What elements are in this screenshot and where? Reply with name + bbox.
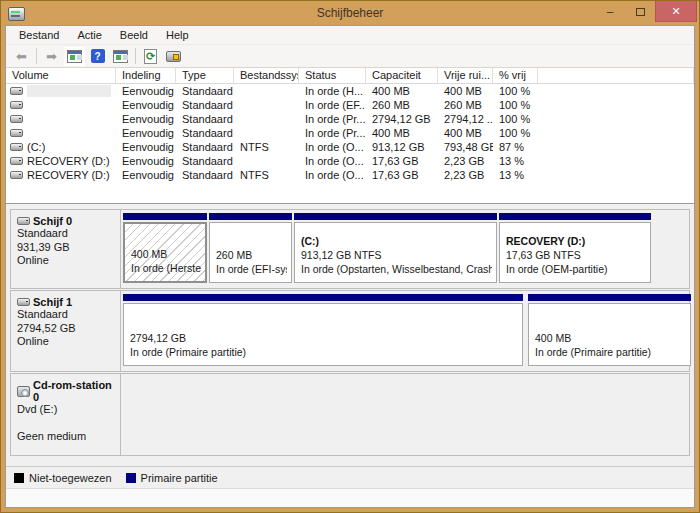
minimize-button[interactable]: – bbox=[595, 1, 625, 22]
column-header-filler bbox=[538, 68, 694, 83]
back-arrow-icon[interactable] bbox=[11, 47, 32, 66]
cell-type: Standaard bbox=[176, 84, 234, 98]
volume-drive-icon bbox=[10, 171, 23, 179]
cell-indeling: Eenvoudig bbox=[116, 84, 176, 98]
disk-partition-area: 400 MBIn orde (Herstelpar260 MBIn orde (… bbox=[121, 210, 689, 288]
partition-size: 2794,12 GB bbox=[130, 331, 518, 345]
partition-size: 913,12 GB NTFS bbox=[301, 248, 492, 262]
console-window-icon[interactable] bbox=[64, 47, 85, 66]
legend-swatch bbox=[126, 473, 136, 483]
help-icon[interactable]: ? bbox=[87, 47, 108, 66]
column-header-Bestandssys...[interactable]: Bestandssys... bbox=[234, 68, 299, 83]
partition-box[interactable]: RECOVERY (D:)17,63 GB NTFSIn orde (OEM-p… bbox=[499, 222, 651, 283]
partition-block[interactable]: (C:)913,12 GB NTFSIn orde (Opstarten, Wi… bbox=[294, 213, 497, 283]
partition-box-selected[interactable]: 400 MBIn orde (Herstelpar bbox=[123, 222, 207, 283]
volume-table-row[interactable]: EenvoudigStandaardIn orde (H...400 MB400… bbox=[6, 84, 694, 98]
cell-pct_vrij: 13 % bbox=[493, 154, 538, 168]
disk-row-schijf-1: Schijf 1Standaard2794,52 GBOnline2794,12… bbox=[10, 290, 690, 372]
disk-title: Schijf 0 bbox=[17, 215, 116, 227]
volume-cell: RECOVERY (D:) bbox=[6, 154, 116, 168]
properties-window-icon[interactable] bbox=[110, 47, 131, 66]
cell-pct_vrij: 100 % bbox=[493, 98, 538, 112]
disk-detail-line: 931,39 GB bbox=[17, 241, 116, 255]
partition-status: In orde (Primaire partitie) bbox=[535, 345, 686, 359]
cell-indeling: Eenvoudig bbox=[116, 168, 176, 182]
legend-bar: Niet-toegewezenPrimaire partitie bbox=[6, 466, 694, 488]
volume-cell bbox=[6, 101, 116, 109]
cell-type: Standaard bbox=[176, 112, 234, 126]
partition-box[interactable]: 2794,12 GBIn orde (Primaire partitie) bbox=[123, 303, 523, 366]
cell-indeling: Eenvoudig bbox=[116, 112, 176, 126]
cell-capaciteit: 17,63 GB bbox=[366, 154, 438, 168]
partition-color-band bbox=[528, 294, 691, 301]
column-header-Volume[interactable]: Volume bbox=[6, 68, 116, 83]
close-button[interactable]: ✕ bbox=[655, 1, 697, 22]
cell-pct_vrij: 100 % bbox=[493, 126, 538, 140]
partition-block[interactable]: RECOVERY (D:)17,63 GB NTFSIn orde (OEM-p… bbox=[499, 213, 651, 283]
cell-type: Standaard bbox=[176, 168, 234, 182]
disk-name: Cd-rom-station 0 bbox=[33, 379, 116, 403]
volume-table-row[interactable]: EenvoudigStandaardIn orde (Pr...400 MB40… bbox=[6, 126, 694, 140]
legend-label: Primaire partitie bbox=[141, 472, 218, 484]
disk-partition-area bbox=[121, 374, 689, 455]
cell-capaciteit: 260 MB bbox=[366, 98, 438, 112]
cell-type: Standaard bbox=[176, 154, 234, 168]
disk-row-schijf-0: Schijf 0Standaard931,39 GBOnline400 MBIn… bbox=[10, 209, 690, 289]
volume-name: (C:) bbox=[27, 140, 45, 154]
legend-swatch bbox=[14, 473, 24, 483]
cell-status: In orde (H... bbox=[299, 84, 366, 98]
partition-block[interactable]: 260 MBIn orde (EFI-syste bbox=[209, 213, 292, 283]
cell-vrije_ruimte: 400 MB bbox=[438, 126, 493, 140]
disk-info-panel[interactable]: Schijf 0Standaard931,39 GBOnline bbox=[11, 210, 121, 288]
forward-arrow-icon[interactable] bbox=[41, 47, 62, 66]
partition-box[interactable]: 400 MBIn orde (Primaire partitie) bbox=[528, 303, 691, 366]
menu-item-actie[interactable]: Actie bbox=[68, 26, 110, 44]
menu-item-help[interactable]: Help bbox=[157, 26, 198, 44]
volume-drive-icon bbox=[10, 115, 23, 123]
column-header-Capaciteit[interactable]: Capaciteit bbox=[366, 68, 438, 83]
partition-status: In orde (Primaire partitie) bbox=[130, 345, 518, 359]
maximize-button[interactable] bbox=[625, 1, 655, 22]
partition-color-band bbox=[209, 213, 292, 220]
volume-table-row[interactable]: EenvoudigStandaardIn orde (EF...260 MB26… bbox=[6, 98, 694, 112]
disk-icon bbox=[17, 217, 30, 225]
disk-info-panel[interactable]: Cd-rom-station 0Dvd (E:) Geen medium bbox=[11, 374, 121, 455]
cell-type: Standaard bbox=[176, 98, 234, 112]
volume-cell: (C:) bbox=[6, 140, 116, 154]
partition-block[interactable]: 2794,12 GBIn orde (Primaire partitie) bbox=[123, 294, 523, 366]
status-bar bbox=[6, 488, 694, 507]
menu-item-bestand[interactable]: Bestand bbox=[10, 26, 68, 44]
title-bar[interactable]: Schijfbeheer – ✕ bbox=[1, 1, 699, 25]
disk-info-panel[interactable]: Schijf 1Standaard2794,52 GBOnline bbox=[11, 291, 121, 371]
menu-item-beeld[interactable]: Beeld bbox=[111, 26, 157, 44]
cell-bestandssysteem: NTFS bbox=[234, 140, 299, 154]
refresh-icon[interactable] bbox=[140, 47, 161, 66]
disk-detail-line: 2794,52 GB bbox=[17, 322, 116, 336]
volume-table-row[interactable]: (C:)EenvoudigStandaardNTFSIn orde (O...9… bbox=[6, 140, 694, 154]
partition-status: In orde (Opstarten, Wisselbestand, Crash… bbox=[301, 262, 492, 276]
partition-block[interactable]: 400 MBIn orde (Primaire partitie) bbox=[528, 294, 691, 366]
volume-table-row[interactable]: RECOVERY (D:)EenvoudigStandaardIn orde (… bbox=[6, 154, 694, 168]
toolbar: ? bbox=[6, 45, 694, 68]
cell-capaciteit: 913,12 GB bbox=[366, 140, 438, 154]
rescan-disks-icon[interactable] bbox=[163, 47, 184, 66]
volume-drive-icon bbox=[10, 143, 23, 151]
column-header-Status[interactable]: Status bbox=[299, 68, 366, 83]
column-header-Type[interactable]: Type bbox=[176, 68, 234, 83]
volume-table-row[interactable]: RECOVERY (D:)EenvoudigStandaardNTFSIn or… bbox=[6, 168, 694, 182]
partition-color-band bbox=[123, 213, 207, 220]
partition-block[interactable]: 400 MBIn orde (Herstelpar bbox=[123, 213, 207, 283]
volume-drive-icon bbox=[10, 129, 23, 137]
partition-box[interactable]: 260 MBIn orde (EFI-syste bbox=[209, 222, 292, 283]
cell-vrije_ruimte: 2794,12 ... bbox=[438, 112, 493, 126]
cell-indeling: Eenvoudig bbox=[116, 154, 176, 168]
cell-pct_vrij: 100 % bbox=[493, 112, 538, 126]
window-content: BestandActieBeeldHelp ? VolumeIndelingTy… bbox=[5, 25, 695, 508]
column-header-% vrij[interactable]: % vrij bbox=[493, 68, 538, 83]
column-header-Vrije rui...[interactable]: Vrije rui... bbox=[438, 68, 493, 83]
volume-table-row[interactable]: EenvoudigStandaardIn orde (Pr...2794,12 … bbox=[6, 112, 694, 126]
partition-box[interactable]: (C:)913,12 GB NTFSIn orde (Opstarten, Wi… bbox=[294, 222, 497, 283]
cell-vrije_ruimte: 2,23 GB bbox=[438, 168, 493, 182]
console-window-icon-glyph bbox=[67, 50, 82, 63]
column-header-Indeling[interactable]: Indeling bbox=[116, 68, 176, 83]
